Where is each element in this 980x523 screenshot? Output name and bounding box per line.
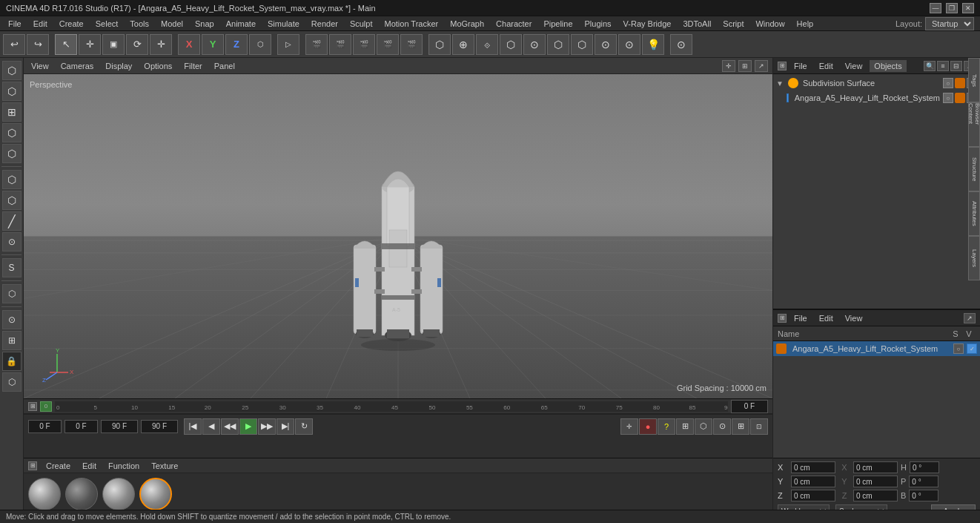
layer-button[interactable]: ⬡ xyxy=(695,418,712,435)
menu-select[interactable]: Select xyxy=(90,18,124,30)
redo-button[interactable]: ↪ xyxy=(27,34,49,55)
lt-mode1[interactable]: ⬡ xyxy=(2,61,21,80)
menu-help[interactable]: Help xyxy=(792,18,819,30)
menu-motion-tracker[interactable]: Motion Tracker xyxy=(379,18,443,30)
obj-vis1[interactable]: ○ xyxy=(943,78,953,88)
metaball-button[interactable]: ⬡ xyxy=(547,34,569,55)
timeline-ruler[interactable]: 0 5 10 15 20 25 30 35 40 45 50 55 60 65 xyxy=(55,401,728,412)
viewport[interactable]: A-5 Perspective Grid Spacing : 10000 cm … xyxy=(24,74,772,398)
coord-y2-input[interactable] xyxy=(853,476,898,487)
frame-from-input[interactable] xyxy=(64,420,98,433)
attr-vis[interactable]: ○ xyxy=(953,343,964,354)
object-item-subdivision[interactable]: ▼ Subdivision Surface ○ ✓ xyxy=(773,76,980,91)
object-item-angara[interactable]: Angara_A5_Heavy_Lift_Rocket_System ○ ✓ xyxy=(773,91,980,105)
menu-character[interactable]: Character xyxy=(491,18,537,30)
auto-key-button[interactable]: ⊡ xyxy=(750,418,768,435)
menu-window[interactable]: Window xyxy=(750,18,789,30)
menu-vray-bridge[interactable]: V-Ray Bridge xyxy=(618,18,677,30)
coord-x-input[interactable] xyxy=(791,461,835,473)
menu-simulate[interactable]: Simulate xyxy=(262,18,305,30)
frame-end2-input[interactable] xyxy=(141,420,178,433)
side-tab-tags[interactable]: Tags xyxy=(968,58,980,102)
tab-edit[interactable]: Edit xyxy=(815,60,838,72)
menu-snap[interactable]: Snap xyxy=(190,18,219,30)
axis-y-button[interactable]: Y xyxy=(202,34,224,55)
menu-mograph[interactable]: MoGraph xyxy=(445,18,489,30)
cube-button[interactable]: ⬡ xyxy=(428,34,451,55)
menu-pipeline[interactable]: Pipeline xyxy=(538,18,577,30)
vp-menu-panel[interactable]: Panel xyxy=(211,60,238,72)
tab-view[interactable]: View xyxy=(841,60,867,72)
coord-y-input[interactable] xyxy=(791,476,835,487)
side-tab-content-browser[interactable]: Content Browser xyxy=(968,102,980,147)
menu-render[interactable]: Render xyxy=(306,18,343,30)
keyframe-mode-button[interactable]: ⊞ xyxy=(732,418,749,435)
nurbs-button[interactable]: ⟐ xyxy=(476,34,498,55)
mode-button[interactable]: ⊞ xyxy=(676,418,694,435)
camera-button[interactable]: 💡 xyxy=(642,34,664,55)
polygon-button[interactable]: ⬡ xyxy=(500,34,522,55)
play-back-button[interactable]: ◀◀ xyxy=(221,418,239,435)
minimize-button[interactable]: — xyxy=(930,3,941,13)
help-button[interactable]: ? xyxy=(658,418,675,435)
panel-sort-icon[interactable]: ≡ xyxy=(937,61,949,71)
vp-menu-options[interactable]: Options xyxy=(141,60,175,72)
mat-menu-edit[interactable]: Edit xyxy=(79,460,99,472)
attr-item-angara[interactable]: Angara_A5_Heavy_Lift_Rocket_System ○ ✓ xyxy=(773,341,980,356)
keyframe3-button[interactable]: 🎬 xyxy=(353,34,375,55)
panel-search-icon[interactable]: 🔍 xyxy=(924,61,936,71)
lt-tool1[interactable]: ⬡ xyxy=(2,170,21,189)
tab-file[interactable]: File xyxy=(789,60,812,72)
vp-move-icon[interactable]: ✛ xyxy=(722,60,735,72)
undo-button[interactable]: ↩ xyxy=(3,34,25,55)
mat-menu-function[interactable]: Function xyxy=(105,460,142,472)
frame-end-input[interactable] xyxy=(101,420,138,433)
play-button[interactable]: ▶ xyxy=(239,418,257,435)
coord-z-input[interactable] xyxy=(791,490,835,501)
menu-edit[interactable]: Edit xyxy=(28,18,53,30)
frame-start-input[interactable] xyxy=(28,420,62,433)
move-tool-button[interactable]: ✛ xyxy=(79,34,101,55)
go-end-button[interactable]: ▶| xyxy=(277,418,294,435)
layout-dropdown[interactable]: Startup xyxy=(925,17,974,30)
render-button[interactable]: ⊙ xyxy=(670,34,692,55)
keyframe-button[interactable]: 🎬 xyxy=(305,34,328,55)
vp-maximize-icon[interactable]: ↗ xyxy=(755,60,768,72)
lt-tool2[interactable]: ⬡ xyxy=(2,191,21,210)
lt-mode3[interactable]: ⊞ xyxy=(2,102,21,122)
vp-menu-view[interactable]: View xyxy=(28,60,52,72)
obj-vis2[interactable]: ○ xyxy=(943,93,953,103)
lt-mode2[interactable]: ⬡ xyxy=(2,82,21,101)
maximize-button[interactable]: ❐ xyxy=(946,3,958,13)
keyframe2-button[interactable]: 🎬 xyxy=(329,34,351,55)
coord-z2-input[interactable] xyxy=(853,490,898,501)
environment-button[interactable]: ⊙ xyxy=(595,34,617,55)
menu-3dtoall[interactable]: 3DToAll xyxy=(678,18,716,30)
spline-button[interactable]: ⊙ xyxy=(523,34,546,55)
menu-script[interactable]: Script xyxy=(718,18,749,30)
axis-z-button[interactable]: Z xyxy=(225,34,248,55)
menu-animate[interactable]: Animate xyxy=(221,18,261,30)
side-tab-layers[interactable]: Layers xyxy=(968,236,980,280)
keyframe5-button[interactable]: 🎬 xyxy=(400,34,423,55)
lt-mode5[interactable]: ⬡ xyxy=(2,144,21,163)
lt-tool4[interactable]: ⊙ xyxy=(2,232,21,251)
light-button[interactable]: ⊙ xyxy=(618,34,640,55)
rotate-tool-button[interactable]: ⟳ xyxy=(126,34,148,55)
menu-file[interactable]: File xyxy=(3,18,27,30)
lt-tool8[interactable]: ⊞ xyxy=(2,331,21,350)
vp-resize-icon[interactable]: ⊞ xyxy=(738,60,752,72)
lt-mode4[interactable]: ⬡ xyxy=(2,123,21,142)
sphere-button[interactable]: ⊕ xyxy=(452,34,474,55)
loop-button[interactable]: ↻ xyxy=(295,418,313,435)
current-frame-input[interactable] xyxy=(731,400,768,413)
space-button[interactable]: ⬡ xyxy=(249,34,271,55)
record-pos-button[interactable]: ✛ xyxy=(620,418,638,435)
step-back-button[interactable]: ◀ xyxy=(202,418,220,435)
tab-objects[interactable]: Objects xyxy=(870,60,906,72)
coord-p-input[interactable] xyxy=(909,476,938,487)
menu-tools[interactable]: Tools xyxy=(125,18,154,30)
vp-menu-filter[interactable]: Filter xyxy=(181,60,205,72)
vp-menu-display[interactable]: Display xyxy=(102,60,135,72)
keyframe-marker[interactable]: 0 xyxy=(40,401,52,412)
